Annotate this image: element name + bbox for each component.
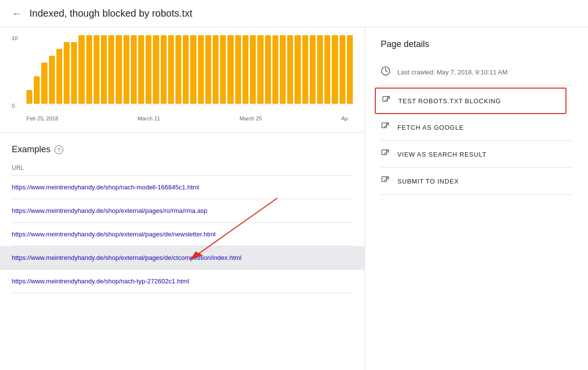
last-crawled-row: Last crawled: May 7, 2018, 9:10:11 AM xyxy=(381,59,572,86)
chart-bar xyxy=(123,35,129,104)
chart-area: 10 0 Feb 25, 2018 March 11 March 25 Ap xyxy=(0,27,365,133)
external-link-icon xyxy=(382,95,392,106)
chart-bar xyxy=(94,35,99,104)
action-button-label: VIEW AS SEARCH RESULT xyxy=(397,151,487,158)
chart-y-label-top: 10 xyxy=(12,35,18,41)
chart-bar xyxy=(56,49,62,104)
url-item[interactable]: https://www.meintrendyhandy.de/shop/exte… xyxy=(12,199,353,223)
chart-bar xyxy=(138,35,144,104)
chart-bar xyxy=(340,35,345,104)
action-button-label: TEST ROBOTS.TXT BLOCKING xyxy=(398,97,501,105)
chart-bar xyxy=(34,76,40,104)
chart-bar xyxy=(265,35,271,104)
examples-section: Examples ? URL https://www.meintrendyhan… xyxy=(0,133,365,293)
action-button-label: SUBMIT TO INDEX xyxy=(397,178,459,185)
action-button-3[interactable]: SUBMIT TO INDEX xyxy=(381,168,572,195)
chart-bar xyxy=(86,35,92,104)
chart-bar xyxy=(250,35,256,104)
last-crawled-text: Last crawled: May 7, 2018, 9:10:11 AM xyxy=(397,69,508,76)
url-column-header: URL xyxy=(12,164,353,176)
chart-bar xyxy=(183,35,189,104)
url-list: https://www.meintrendyhandy.de/shop/nach… xyxy=(12,176,353,293)
chart-bar xyxy=(302,35,308,104)
page-title: Indexed, though blocked by robots.txt xyxy=(29,8,192,19)
actions-section: TEST ROBOTS.TXT BLOCKINGFETCH AS GOOGLEV… xyxy=(381,88,572,195)
chart-bar xyxy=(220,35,226,104)
chart-bar xyxy=(227,35,233,104)
clock-icon xyxy=(381,66,392,78)
chart-bar xyxy=(332,35,338,104)
chart-bar xyxy=(347,35,353,104)
left-panel: 10 0 Feb 25, 2018 March 11 March 25 Ap xyxy=(0,27,365,370)
chart-bar xyxy=(108,35,114,104)
chart-bar xyxy=(280,35,286,104)
main-content: 10 0 Feb 25, 2018 March 11 March 25 Ap xyxy=(0,27,588,370)
chart-bar xyxy=(153,35,159,104)
chart-bar xyxy=(213,35,219,104)
right-panel: Page details Last crawled: May 7, 2018, … xyxy=(365,27,588,370)
chart-bar xyxy=(198,35,204,104)
chart-x-label-1: Feb 25, 2018 xyxy=(26,116,58,121)
external-link-icon xyxy=(381,122,392,133)
action-button-1[interactable]: FETCH AS GOOGLE xyxy=(381,114,572,141)
bars-wrapper xyxy=(26,35,353,104)
action-button-2[interactable]: VIEW AS SEARCH RESULT xyxy=(381,141,572,168)
url-item[interactable]: https://www.meintrendyhandy.de/shop/exte… xyxy=(12,223,353,246)
chart-bar xyxy=(131,35,137,104)
chart-bar xyxy=(205,35,211,104)
chart-x-labels: Feb 25, 2018 March 11 March 25 Ap xyxy=(26,116,353,121)
chart-bar xyxy=(146,35,151,104)
page-details-title: Page details xyxy=(381,39,572,49)
url-item[interactable]: https://www.meintrendyhandy.de/shop/exte… xyxy=(0,246,365,270)
external-link-icon xyxy=(381,149,392,160)
back-button[interactable]: ← xyxy=(12,8,22,19)
help-icon[interactable]: ? xyxy=(54,145,63,154)
chart-bar xyxy=(190,35,196,104)
chart-bar xyxy=(175,35,181,104)
examples-title: Examples xyxy=(12,144,50,155)
chart-baseline xyxy=(41,105,353,105)
chart-bar xyxy=(116,35,122,104)
chart-y-axis: 10 0 xyxy=(12,35,18,109)
chart-bar xyxy=(272,35,278,104)
header: ← Indexed, though blocked by robots.txt xyxy=(0,0,588,27)
chart-x-label-4: Ap xyxy=(342,116,348,121)
external-link-icon xyxy=(381,176,392,186)
examples-header: Examples ? xyxy=(12,144,353,155)
chart-bar xyxy=(243,35,248,104)
chart-bar xyxy=(168,35,174,104)
chart-bar xyxy=(64,42,70,104)
chart-bar xyxy=(78,35,84,104)
chart-bar xyxy=(41,63,47,104)
chart-x-label-3: March 25 xyxy=(240,116,262,121)
page-wrapper: ← Indexed, though blocked by robots.txt … xyxy=(0,0,588,370)
url-item[interactable]: https://www.meintrendyhandy.de/shop/nach… xyxy=(12,270,353,293)
chart-bar xyxy=(26,90,32,104)
chart-bar xyxy=(71,42,77,104)
list-area: https://www.meintrendyhandy.de/shop/nach… xyxy=(12,176,353,293)
chart-x-label-2: March 11 xyxy=(138,116,160,121)
chart-bar xyxy=(287,35,293,104)
action-button-label: FETCH AS GOOGLE xyxy=(397,124,464,131)
chart-bar xyxy=(257,35,263,104)
chart-bar xyxy=(310,35,316,104)
chart-bar xyxy=(101,35,107,104)
chart-bar xyxy=(294,35,300,104)
chart-y-label-bottom: 0 xyxy=(12,103,18,109)
chart-bar xyxy=(235,35,241,104)
chart-bar xyxy=(324,35,330,104)
chart-bar xyxy=(317,35,323,104)
action-button-0[interactable]: TEST ROBOTS.TXT BLOCKING xyxy=(375,88,566,114)
url-item[interactable]: https://www.meintrendyhandy.de/shop/nach… xyxy=(12,176,353,199)
chart-container xyxy=(26,35,353,114)
chart-bar xyxy=(49,56,55,104)
chart-bar xyxy=(161,35,167,104)
